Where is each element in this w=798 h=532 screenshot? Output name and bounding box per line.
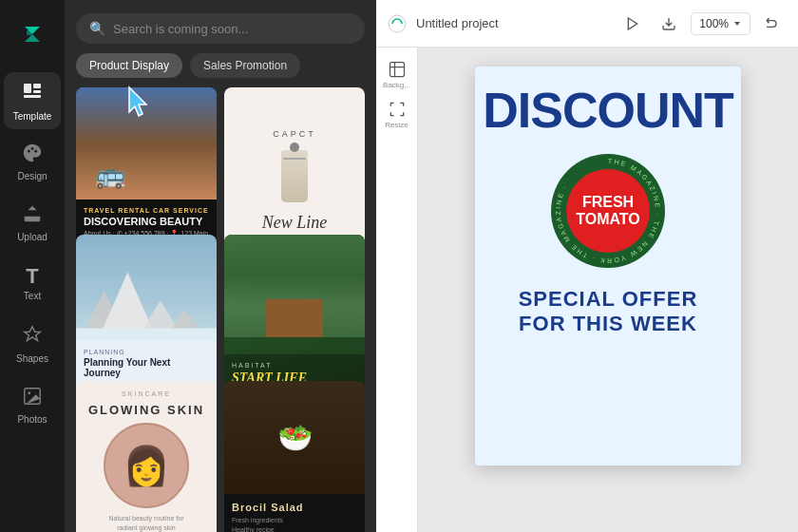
card2-brand: CAPCT <box>273 129 316 139</box>
sidebar-item-template[interactable]: Template <box>4 72 61 129</box>
svg-point-16 <box>389 15 406 32</box>
template-card-6[interactable]: 🥗 Brocil Salad Fresh ingredientsHealthy … <box>224 381 365 532</box>
sidebar-item-design[interactable]: Design <box>4 133 61 190</box>
svg-point-7 <box>34 149 37 152</box>
card5-desc: Natural beauty routine forradiant glowin… <box>109 514 184 532</box>
tomato-badge: THE MAGAZINE · THE NEW YORK · THE MAGAZI… <box>551 154 665 268</box>
svg-marker-17 <box>629 18 637 29</box>
search-icon: 🔍 <box>89 21 105 36</box>
svg-rect-18 <box>390 62 404 76</box>
search-input[interactable]: Search is coming soon... <box>113 22 248 36</box>
canvas-body: Backg... Resize DISCOUNT <box>376 48 798 532</box>
sidebar-item-text[interactable]: T Text <box>4 255 61 312</box>
background-tool-label: Backg... <box>383 81 410 89</box>
svg-rect-3 <box>33 90 41 93</box>
sidebar-item-label: Shapes <box>16 353 48 364</box>
app-logo <box>13 15 51 53</box>
special-offer-text: SPECIAL OFFER FOR THIS WEEK <box>519 287 698 337</box>
card6-ingredients: Fresh ingredientsHealthy recipe <box>232 516 357 532</box>
card1-subtitle: Travel Rental Car Service <box>84 207 209 214</box>
svg-point-6 <box>31 147 34 150</box>
svg-point-9 <box>28 391 30 394</box>
card5-title: Glowing Skin <box>88 403 204 417</box>
canvas-main: DISCOUNT THE MAGAZINE · THE NEW YORK · T… <box>418 48 798 532</box>
background-tool-button[interactable]: Backg... <box>380 57 414 91</box>
sidebar-item-label: Text <box>24 291 41 301</box>
design-canvas[interactable]: DISCOUNT THE MAGAZINE · THE NEW YORK · T… <box>475 66 741 466</box>
card2-newline: New Line <box>262 214 328 233</box>
template-card-5[interactable]: Skincare Glowing Skin 👩 Natural beauty r… <box>76 381 217 532</box>
templates-panel: 🔍 Search is coming soon... Product Displ… <box>65 0 376 532</box>
text-icon: T <box>26 266 38 287</box>
svg-rect-0 <box>27 30 31 35</box>
sidebar-item-upload[interactable]: Upload <box>4 194 61 251</box>
tomato-text: FRESHTOMATO <box>576 194 640 227</box>
shapes-icon <box>22 325 43 350</box>
sidebar-item-photos[interactable]: Photos <box>4 376 61 433</box>
sidebar-item-label: Design <box>17 171 47 181</box>
upload-icon <box>22 203 43 228</box>
card3-title: Planning Your Next Journey <box>84 357 209 378</box>
canvas-topbar: Untitled project 100% <box>376 0 798 48</box>
card5-tag: Skincare <box>122 390 171 397</box>
sidebar-item-shapes[interactable]: Shapes <box>4 315 61 372</box>
filter-sales-promotion[interactable]: Sales Promotion <box>190 53 300 78</box>
filter-product-display[interactable]: Product Display <box>76 53 182 78</box>
search-bar[interactable]: 🔍 Search is coming soon... <box>76 13 365 44</box>
templates-grid: 🚌 Travel Rental Car Service DISCOVERING … <box>65 87 376 532</box>
photos-icon <box>22 386 43 410</box>
project-name: Untitled project <box>416 16 609 30</box>
svg-point-5 <box>28 149 30 152</box>
card1-title: DISCOVERING BEAUTY <box>84 216 209 227</box>
card4-tag: Habitat <box>232 362 357 369</box>
tomato-ring: THE MAGAZINE · THE NEW YORK · THE MAGAZI… <box>551 154 665 268</box>
template-icon <box>21 81 44 107</box>
left-sidebar: Template Design Upload T Text <box>0 0 65 532</box>
card3-tag: Planning <box>84 349 209 355</box>
sidebar-item-label: Template <box>13 111 52 122</box>
discount-text: DISCOUNT <box>483 86 733 135</box>
svg-rect-2 <box>33 84 41 88</box>
design-icon <box>22 142 43 167</box>
canvas-logo <box>388 14 407 33</box>
sidebar-item-label: Upload <box>17 232 48 242</box>
canvas-area: Untitled project 100% <box>376 0 798 532</box>
tomato-inner: FRESHTOMATO <box>566 169 650 253</box>
undo-button[interactable] <box>758 10 787 38</box>
card6-title: Brocil Salad <box>232 502 357 513</box>
svg-rect-4 <box>24 95 41 98</box>
filter-buttons: Product Display Sales Promotion <box>65 53 376 87</box>
canvas-right-tools: Backg... Resize <box>376 48 418 532</box>
zoom-control[interactable]: 100% <box>691 12 750 35</box>
sidebar-item-label: Photos <box>17 414 47 425</box>
resize-tool-label: Resize <box>385 121 408 129</box>
download-button[interactable] <box>655 10 683 38</box>
play-button[interactable] <box>618 10 647 38</box>
resize-tool-button[interactable]: Resize <box>380 97 414 131</box>
topbar-actions: 100% <box>618 10 787 38</box>
zoom-level: 100% <box>699 17 729 30</box>
svg-rect-1 <box>24 84 31 93</box>
